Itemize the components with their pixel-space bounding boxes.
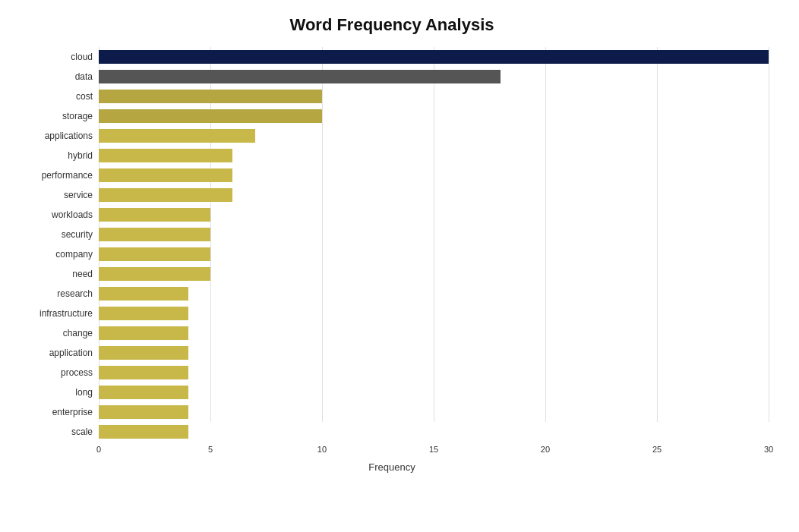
x-tick-label: 5 bbox=[208, 445, 213, 454]
plot-area: clouddatacoststorageapplicationshybridpe… bbox=[15, 47, 769, 442]
bar bbox=[99, 90, 322, 103]
bar-row bbox=[99, 284, 769, 304]
bar-row bbox=[99, 185, 769, 205]
y-axis-label: research bbox=[57, 284, 93, 304]
grid-line bbox=[769, 47, 769, 422]
chart-title: Word Frequency Analysis bbox=[15, 15, 769, 35]
y-axis-label: workloads bbox=[52, 205, 93, 225]
x-tick-label: 15 bbox=[429, 445, 438, 454]
y-axis-label: security bbox=[62, 225, 93, 244]
bar-row bbox=[99, 304, 769, 323]
x-tick-label: 25 bbox=[652, 445, 662, 454]
bar-row bbox=[99, 422, 769, 442]
y-axis-label: enterprise bbox=[52, 402, 93, 422]
x-axis-container: 051015202530 bbox=[99, 442, 769, 458]
bar-row bbox=[99, 343, 769, 363]
y-axis: clouddatacoststorageapplicationshybridpe… bbox=[15, 47, 99, 442]
bar-row bbox=[99, 165, 769, 185]
x-tick-label: 30 bbox=[764, 445, 773, 454]
bar bbox=[99, 346, 188, 360]
bar-row bbox=[99, 205, 769, 225]
bar-row bbox=[99, 146, 769, 165]
y-axis-label: data bbox=[75, 67, 93, 87]
bar bbox=[99, 366, 188, 379]
y-axis-label: need bbox=[72, 264, 93, 284]
bar bbox=[99, 208, 210, 222]
y-axis-label: change bbox=[63, 323, 93, 343]
x-tick-label: 0 bbox=[96, 445, 101, 454]
bar bbox=[99, 425, 188, 439]
bars-and-grid bbox=[99, 47, 769, 442]
bar bbox=[99, 287, 188, 301]
y-axis-label: scale bbox=[71, 422, 93, 442]
bar-row bbox=[99, 47, 769, 67]
y-axis-label: company bbox=[55, 244, 93, 264]
bar-row bbox=[99, 225, 769, 244]
bar bbox=[99, 247, 210, 261]
bar bbox=[99, 168, 232, 182]
y-axis-label: cost bbox=[76, 87, 93, 106]
bar-row bbox=[99, 244, 769, 264]
bar-row bbox=[99, 402, 769, 422]
bar bbox=[99, 129, 255, 143]
bar bbox=[99, 50, 769, 64]
y-axis-label: application bbox=[49, 343, 93, 363]
bar bbox=[99, 70, 501, 83]
y-axis-label: process bbox=[61, 363, 93, 382]
bar bbox=[99, 386, 188, 399]
bar bbox=[99, 228, 210, 241]
bars-wrapper bbox=[99, 47, 769, 442]
x-tick-label: 20 bbox=[541, 445, 550, 454]
bar bbox=[99, 326, 188, 340]
y-axis-label: storage bbox=[62, 106, 93, 126]
bar-row bbox=[99, 67, 769, 87]
bar-row bbox=[99, 87, 769, 106]
bar bbox=[99, 109, 322, 123]
bar-row bbox=[99, 363, 769, 382]
bar-row bbox=[99, 126, 769, 146]
bar bbox=[99, 307, 188, 320]
y-axis-label: long bbox=[75, 382, 93, 402]
bar bbox=[99, 405, 188, 419]
bar bbox=[99, 149, 232, 162]
y-axis-label: service bbox=[64, 185, 93, 205]
x-tick-label: 10 bbox=[317, 445, 327, 454]
bar-row bbox=[99, 382, 769, 402]
y-axis-label: hybrid bbox=[68, 146, 93, 165]
y-axis-label: performance bbox=[42, 165, 93, 185]
y-axis-label: infrastructure bbox=[39, 304, 93, 323]
bar-row bbox=[99, 264, 769, 284]
chart-area: clouddatacoststorageapplicationshybridpe… bbox=[15, 47, 769, 473]
y-axis-label: applications bbox=[45, 126, 93, 146]
x-axis-label: Frequency bbox=[15, 461, 769, 473]
y-axis-label: cloud bbox=[71, 47, 93, 67]
bar bbox=[99, 188, 232, 202]
chart-container: Word Frequency Analysis clouddatacoststo… bbox=[0, 0, 799, 532]
bar-row bbox=[99, 323, 769, 343]
bar bbox=[99, 267, 210, 281]
bar-row bbox=[99, 106, 769, 126]
